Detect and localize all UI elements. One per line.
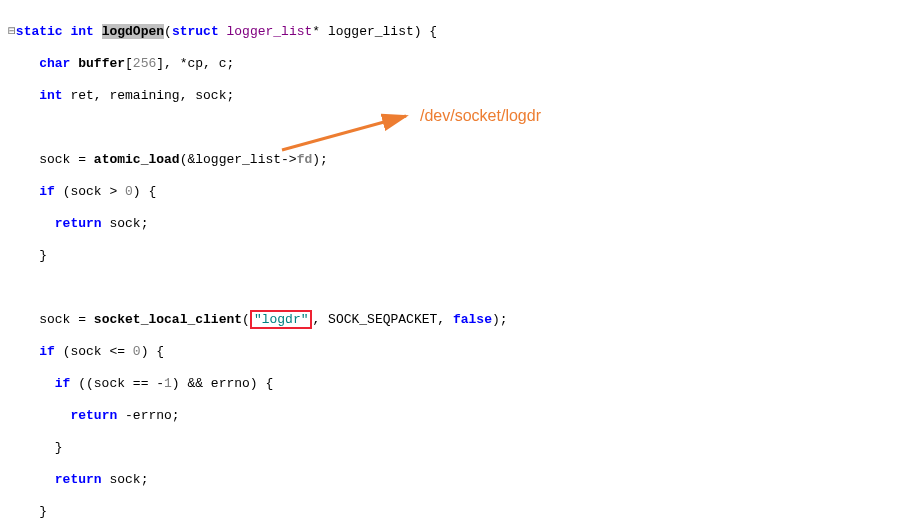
code-line: if ((sock == -1) && errno) { [8, 376, 894, 392]
code-token: if [39, 184, 62, 199]
code-token [8, 216, 55, 231]
code-line: ⊟static int logdOpen(struct logger_list*… [8, 24, 894, 40]
code-token: 0 [125, 184, 133, 199]
collapse-icon[interactable]: ⊟ [8, 24, 16, 39]
code-line: sock = atomic_load(&logger_list->fd); [8, 152, 894, 168]
code-token: ); [492, 312, 508, 327]
code-token: if [55, 376, 78, 391]
code-token: buffer [78, 56, 125, 71]
code-token: int [39, 88, 70, 103]
code-token: sock = [8, 312, 94, 327]
code-line: sock = socket_local_client("logdr", SOCK… [8, 312, 894, 328]
code-line: return sock; [8, 472, 894, 488]
code-token: 1 [164, 376, 172, 391]
code-token: ( [242, 312, 250, 327]
code-token: } [8, 440, 63, 455]
code-token: ret, remaining, sock; [70, 88, 234, 103]
code-block: ⊟static int logdOpen(struct logger_list*… [8, 8, 894, 522]
code-line: if (sock > 0) { [8, 184, 894, 200]
code-line: int ret, remaining, sock; [8, 88, 894, 104]
code-token: return [55, 216, 110, 231]
code-token: if [39, 344, 62, 359]
code-token: [ [125, 56, 133, 71]
code-line [8, 280, 894, 296]
code-line: } [8, 440, 894, 456]
code-token: socket_local_client [94, 312, 242, 327]
code-token: ) { [141, 344, 164, 359]
code-token: sock; [109, 216, 148, 231]
code-token: false [453, 312, 492, 327]
code-token: * logger_list) { [312, 24, 437, 39]
code-token [8, 472, 55, 487]
code-token [8, 184, 39, 199]
code-token: logger_list [227, 24, 313, 39]
code-token: return [70, 408, 125, 423]
code-line: return -errno; [8, 408, 894, 424]
code-line: } [8, 248, 894, 264]
annotation-arrow-icon [276, 100, 416, 156]
code-line: if (sock <= 0) { [8, 344, 894, 360]
code-token: ) && errno) { [172, 376, 273, 391]
code-token: (sock > [63, 184, 125, 199]
code-line: char buffer[256], *cp, c; [8, 56, 894, 72]
code-line: return sock; [8, 216, 894, 232]
code-line: } [8, 504, 894, 520]
code-token [8, 344, 39, 359]
code-token: (sock <= [63, 344, 133, 359]
code-token: ) { [133, 184, 156, 199]
code-token [8, 376, 55, 391]
code-token [8, 408, 70, 423]
code-token: } [8, 248, 47, 263]
code-token: ( [164, 24, 172, 39]
code-token: ], *cp, c; [156, 56, 234, 71]
code-token: sock; [109, 472, 148, 487]
code-token: -errno; [125, 408, 180, 423]
annotation-label: /dev/socket/logdr [420, 108, 541, 124]
code-token [8, 88, 39, 103]
highlighted-function: logdOpen [102, 24, 164, 39]
code-token: 0 [133, 344, 141, 359]
code-token: struct [172, 24, 227, 39]
code-token: atomic_load [94, 152, 180, 167]
code-token: char [39, 56, 78, 71]
code-token: 256 [133, 56, 156, 71]
code-token: return [55, 472, 110, 487]
code-token: , SOCK_SEQPACKET, [312, 312, 452, 327]
code-token: ((sock == - [78, 376, 164, 391]
code-token: } [8, 504, 47, 519]
highlighted-box: "logdr" [250, 310, 313, 329]
code-token: sock = [8, 152, 94, 167]
code-token [8, 56, 39, 71]
svg-line-1 [282, 116, 406, 150]
code-token: static int [16, 24, 102, 39]
